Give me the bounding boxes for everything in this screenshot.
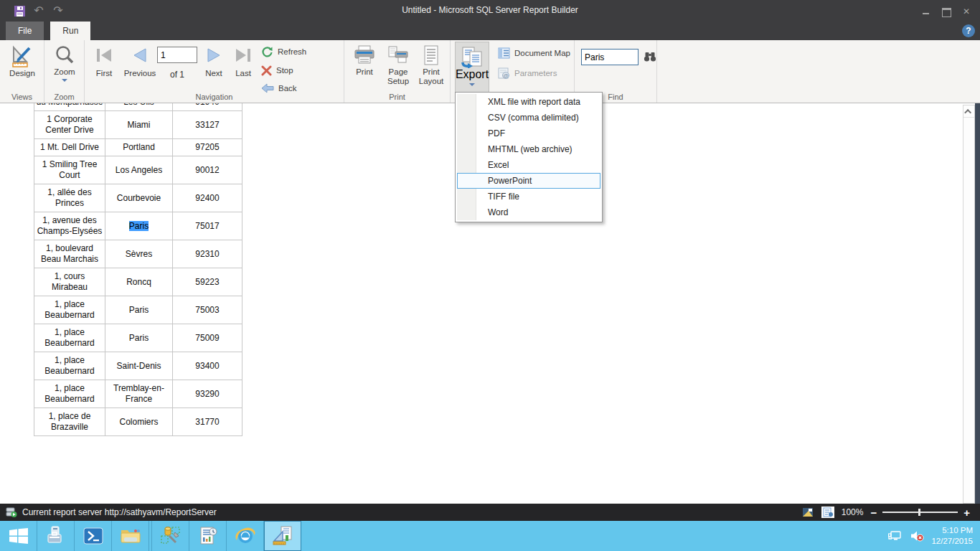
- volume-muted-icon[interactable]: [910, 530, 924, 542]
- scroll-up-icon[interactable]: [963, 105, 974, 118]
- page-setup-button[interactable]: Page Setup: [382, 44, 415, 86]
- export-button[interactable]: Export: [455, 42, 489, 94]
- clock[interactable]: 5:10 PM 12/27/2015: [931, 525, 973, 547]
- address-cell: 1, avenue des Champs-Elysées: [34, 212, 105, 240]
- file-explorer-button[interactable]: [112, 521, 149, 551]
- zoom-slider-thumb[interactable]: [918, 509, 920, 516]
- chevron-down-icon: [469, 83, 475, 86]
- previous-label: Previous: [124, 69, 156, 77]
- postal-cell: 91940: [173, 103, 242, 111]
- server-manager-button[interactable]: [37, 521, 75, 551]
- close-icon[interactable]: ✕: [961, 7, 971, 16]
- export-menu-item[interactable]: Word: [457, 204, 600, 220]
- document-map-icon: [498, 47, 510, 59]
- parameters-button[interactable]: @ Parameters: [498, 65, 557, 81]
- postal-cell: 97205: [173, 139, 242, 156]
- table-row: 1 Corporate Center Drive Miami 33127: [34, 111, 242, 139]
- print-layout-button[interactable]: Print Layout: [415, 44, 448, 86]
- city-value: Sèvres: [126, 249, 152, 259]
- zoom-slider-track[interactable]: [882, 512, 958, 513]
- refresh-icon: [261, 46, 273, 58]
- table-row: 1, boulevard Beau Marchais Sèvres 92310: [34, 240, 242, 268]
- export-menu-item[interactable]: PowerPoint: [457, 173, 600, 189]
- network-icon[interactable]: [888, 530, 903, 542]
- page-setup-icon: [387, 44, 410, 66]
- start-button[interactable]: [0, 521, 37, 551]
- city-cell: Roncq: [105, 268, 173, 296]
- city-cell: Portland: [105, 139, 173, 156]
- address-cell: 1, boulevard Beau Marchais: [34, 240, 105, 268]
- city-cell: Saint-Denis: [105, 352, 173, 380]
- export-icon: [460, 45, 484, 68]
- internet-explorer-icon: [235, 526, 256, 546]
- city-value: Les Ulis: [123, 103, 154, 107]
- table-row: 1, place Beaubernard Paris 75009: [34, 324, 242, 352]
- internet-explorer-button[interactable]: [227, 521, 264, 551]
- export-menu-item[interactable]: Excel: [457, 157, 600, 173]
- postal-cell: 90012: [173, 156, 242, 184]
- export-menu-item[interactable]: CSV (comma delimited): [457, 110, 600, 126]
- table-row: 1 Mt. Dell Drive Portland 97205: [34, 139, 242, 156]
- print-button[interactable]: Print: [350, 44, 379, 77]
- tab-run[interactable]: Run: [50, 22, 90, 40]
- print-layout-label: Print Layout: [415, 67, 448, 86]
- back-icon: [261, 83, 274, 93]
- city-cell: Tremblay-en-France: [105, 380, 173, 408]
- stop-icon: [261, 65, 272, 76]
- export-dropdown-menu: XML file with report data CSV (comma del…: [455, 92, 603, 222]
- export-menu-item[interactable]: TIFF file: [457, 189, 600, 204]
- navigation-group-label: Navigation: [85, 93, 344, 101]
- city-cell: Miami: [105, 111, 173, 139]
- print-layout-icon: [422, 44, 440, 66]
- binoculars-icon[interactable]: [644, 51, 656, 62]
- powershell-button[interactable]: [75, 521, 112, 551]
- reporting-services-button[interactable]: [189, 521, 227, 551]
- address-cell: 1 Corporate Center Drive: [34, 111, 105, 139]
- server-manager-icon: [46, 526, 66, 546]
- export-menu-item[interactable]: XML file with report data: [457, 94, 600, 110]
- report-table: du Montparnasse Les Ulis 91940 1 Corpora…: [34, 103, 242, 436]
- next-page-button[interactable]: Next: [198, 47, 230, 77]
- last-page-button[interactable]: Last: [228, 47, 258, 77]
- report-server-icon: [6, 507, 17, 518]
- first-label: First: [96, 69, 112, 77]
- svg-text:@: @: [503, 72, 509, 79]
- ribbon-group-zoom: Zoom Zoom: [44, 40, 85, 103]
- sql-data-tools-button[interactable]: [152, 521, 189, 551]
- previous-page-button[interactable]: Previous: [119, 47, 161, 77]
- export-menu-item[interactable]: PDF: [457, 126, 600, 141]
- refresh-label: Refresh: [278, 47, 306, 56]
- help-icon[interactable]: ?: [962, 24, 975, 37]
- page-number-box: of 1: [156, 47, 198, 80]
- document-map-button[interactable]: Document Map: [498, 45, 570, 61]
- address-cell: du Montparnasse: [34, 103, 105, 111]
- next-label: Next: [205, 69, 222, 77]
- design-button[interactable]: Design: [5, 44, 39, 78]
- back-label: Back: [278, 84, 297, 93]
- design-view-icon[interactable]: [801, 507, 814, 518]
- run-view-icon[interactable]: [821, 507, 834, 518]
- first-icon: [94, 47, 114, 64]
- report-builder-button[interactable]: [264, 521, 301, 551]
- page-number-input[interactable]: [157, 47, 197, 63]
- export-menu-item[interactable]: MHTML (web archive): [457, 141, 600, 157]
- address-cell: 1, allée des Princes: [34, 184, 105, 212]
- zoom-button[interactable]: Zoom: [48, 44, 81, 82]
- refresh-button[interactable]: Refresh: [261, 44, 306, 60]
- zoom-in-icon[interactable]: +: [963, 507, 970, 518]
- maximize-icon[interactable]: [941, 7, 951, 16]
- stop-button[interactable]: Stop: [261, 62, 293, 78]
- postal-cell: 75017: [173, 212, 242, 240]
- zoom-out-icon[interactable]: −: [870, 507, 877, 518]
- address-cell: 1 Mt. Dell Drive: [34, 139, 105, 156]
- tray-time: 5:10 PM: [931, 525, 973, 536]
- address-cell: 1, place Beaubernard: [34, 324, 105, 352]
- taskbar: 5:10 PM 12/27/2015: [0, 521, 980, 551]
- tab-file[interactable]: File: [6, 22, 44, 40]
- vertical-scrollbar[interactable]: [963, 105, 975, 504]
- address-cell: 1 Smiling Tree Court: [34, 156, 105, 184]
- find-input[interactable]: [581, 49, 639, 65]
- first-page-button[interactable]: First: [89, 47, 119, 77]
- city-cell: Paris: [105, 324, 173, 352]
- minimize-icon[interactable]: [921, 7, 931, 16]
